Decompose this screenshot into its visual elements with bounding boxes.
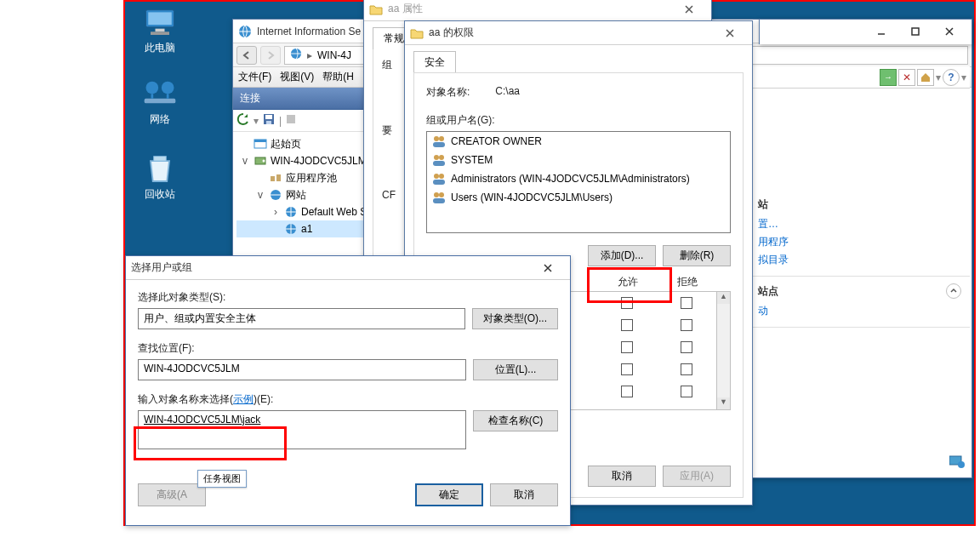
menu-help[interactable]: 帮助(H <box>322 70 354 84</box>
save-icon[interactable] <box>262 112 276 129</box>
perm-allow-1[interactable] <box>621 297 633 309</box>
svg-point-17 <box>263 160 265 163</box>
sel-location-label: 查找位置(F): <box>138 341 558 356</box>
stop-icon[interactable] <box>285 113 297 128</box>
sel-name-input[interactable]: WIN-4JODCVC5JLM\jack <box>138 410 466 449</box>
globe-icon <box>290 48 302 62</box>
svg-rect-13 <box>287 115 295 123</box>
iis-corner-icon[interactable] <box>949 454 965 471</box>
iis-addr-text: WIN-4J <box>317 49 351 61</box>
close-icon[interactable] <box>713 23 747 43</box>
props-title: aa 属性 <box>388 2 672 16</box>
tree-default-site[interactable]: ›Default Web S <box>236 203 382 220</box>
rside-vdir[interactable]: 拟目录 <box>758 251 961 269</box>
sel-location-button[interactable]: 位置(L)... <box>473 359 558 380</box>
perm-allow-4[interactable] <box>621 363 633 375</box>
svg-rect-12 <box>266 121 271 124</box>
perm-deny-1[interactable] <box>681 297 692 309</box>
perm-deny-5[interactable] <box>681 386 692 397</box>
tree-start-page[interactable]: 起始页 <box>236 135 382 152</box>
rside-apps[interactable]: 用程序 <box>758 233 961 251</box>
svg-point-29 <box>439 155 444 160</box>
toolbar-go-icon[interactable]: → <box>880 69 897 86</box>
perm-title: aa 的权限 <box>429 26 713 40</box>
nav-back[interactable] <box>236 46 257 65</box>
bg-window-controls <box>759 19 972 44</box>
rside-move[interactable]: 动 <box>758 302 961 320</box>
desktop-this-pc[interactable]: 此电脑 <box>130 7 190 55</box>
taskview-tooltip: 任务视图 <box>197 470 247 488</box>
iis-icon <box>238 25 252 38</box>
perm-apply-button[interactable]: 应用(A) <box>663 466 731 487</box>
svg-point-35 <box>439 192 444 197</box>
toolbar-stop-icon[interactable]: ✕ <box>898 69 915 86</box>
perm-remove-button[interactable]: 删除(R) <box>663 245 731 266</box>
close-icon[interactable] <box>932 21 966 42</box>
refresh-icon[interactable] <box>236 112 250 129</box>
perm-deny-hdr: 拒绝 <box>658 275 717 289</box>
sel-cancel-button[interactable]: 取消 <box>490 483 558 506</box>
svg-rect-3 <box>151 31 169 35</box>
perm-tab-security[interactable]: 安全 <box>413 51 456 73</box>
perm-row-creator[interactable]: CREATOR OWNER <box>427 132 730 151</box>
sel-advanced-button[interactable]: 高级(A <box>138 483 206 506</box>
perm-allow-5[interactable] <box>621 386 633 397</box>
sel-example-link[interactable]: 示例 <box>233 393 254 405</box>
tree-sites[interactable]: v网站 <box>236 186 382 203</box>
sel-title: 选择用户或组 <box>131 260 531 275</box>
svg-point-5 <box>162 82 174 94</box>
tree-apppool[interactable]: 应用程序池 <box>236 169 382 186</box>
desktop-recycle[interactable]: 回收站 <box>130 153 190 202</box>
tree-a1[interactable]: a1 <box>236 220 382 237</box>
close-icon[interactable] <box>672 0 706 20</box>
menu-file[interactable]: 文件(F) <box>238 70 271 84</box>
close-icon[interactable] <box>531 258 565 278</box>
perm-scroll-down[interactable]: ▼ <box>717 397 730 409</box>
sel-check-button[interactable]: 检查名称(C) <box>473 410 558 431</box>
perm-allow-3[interactable] <box>621 341 633 353</box>
perm-scroll-up[interactable]: ▲ <box>717 292 730 304</box>
perm-deny-2[interactable] <box>681 319 692 331</box>
desktop-recycle-label: 回收站 <box>130 187 190 202</box>
collapse-icon[interactable] <box>946 283 961 299</box>
svg-point-26 <box>439 136 444 141</box>
rside-settings[interactable]: 置… <box>758 215 961 233</box>
perm-deny-3[interactable] <box>681 341 692 353</box>
perm-cancel-button[interactable]: 取消 <box>588 466 656 487</box>
svg-rect-30 <box>433 161 445 166</box>
sel-ok-button[interactable]: 确定 <box>415 483 483 506</box>
perm-add-button[interactable]: 添加(D)... <box>588 245 656 266</box>
rside-browse-hdr: 站 <box>758 197 768 212</box>
svg-rect-1 <box>148 12 171 25</box>
tree-server[interactable]: vWIN-4JODCVC5JLM <box>236 152 382 169</box>
min-icon[interactable] <box>864 21 898 42</box>
rside-mgmt-hdr: 站点 <box>758 284 778 299</box>
svg-rect-2 <box>155 29 164 32</box>
desktop-network[interactable]: 网络 <box>130 78 190 127</box>
max-icon[interactable] <box>898 21 932 42</box>
toolbar-help-icon[interactable]: ? <box>943 69 960 86</box>
perm-row-users[interactable]: Users (WIN-4JODCVC5JLM\Users) <box>427 188 730 207</box>
svg-rect-36 <box>433 198 445 203</box>
perm-row-system[interactable]: SYSTEM <box>427 151 730 169</box>
svg-rect-11 <box>265 115 272 119</box>
sel-location-value: WIN-4JODCVC5JLM <box>138 359 466 380</box>
perm-allow-2[interactable] <box>621 319 633 331</box>
svg-point-4 <box>145 82 158 94</box>
perm-objname-value: C:\aa <box>495 85 520 100</box>
svg-point-28 <box>434 155 439 160</box>
perm-group-list[interactable]: CREATOR OWNER SYSTEM Administrators (WIN… <box>426 131 731 233</box>
perm-objname-label: 对象名称: <box>426 85 470 100</box>
desktop-network-label: 网络 <box>130 112 190 127</box>
perm-deny-4[interactable] <box>681 363 692 375</box>
nav-fwd[interactable] <box>260 46 281 65</box>
toolbar-home-icon[interactable] <box>917 69 934 86</box>
svg-rect-37 <box>912 28 919 35</box>
desktop-this-pc-label: 此电脑 <box>130 41 190 55</box>
menu-view[interactable]: 视图(V) <box>280 70 314 84</box>
iis-actions-pane: → ✕ ▾ ? ▾ 站 置… 用程序 拟目录 站点 动 <box>749 66 970 476</box>
sel-objtype-button[interactable]: 对象类型(O)... <box>472 308 558 329</box>
svg-rect-33 <box>433 180 445 185</box>
sel-objtype-value: 用户、组或内置安全主体 <box>138 308 465 329</box>
perm-row-admins[interactable]: Administrators (WIN-4JODCVC5JLM\Administ… <box>427 169 730 188</box>
